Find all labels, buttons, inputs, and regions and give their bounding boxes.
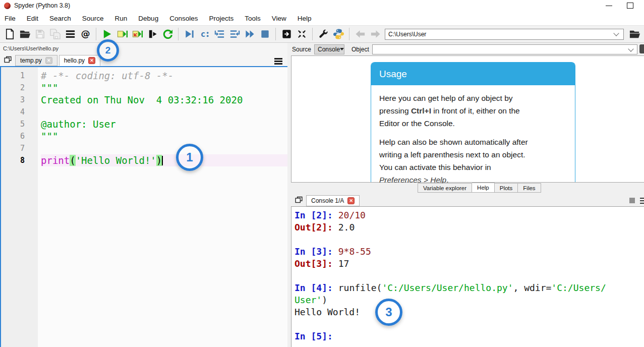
step-into-icon — [214, 28, 225, 40]
console-line: Out[2]: 2.0 — [295, 221, 644, 234]
code-segment: Editor or the Console. — [379, 119, 455, 128]
pane-splitter[interactable] — [287, 43, 291, 347]
code-segment: runfile( — [338, 282, 382, 293]
back-button[interactable] — [354, 27, 367, 41]
console-pane: Console 1/A ✕ In [2]: 20/10Out[2]: 2.0 I… — [291, 193, 644, 347]
run-file-button[interactable] — [100, 27, 114, 41]
maximize-pane-button[interactable] — [280, 27, 294, 41]
save-button[interactable] — [33, 27, 47, 41]
line-number: 5 — [1, 118, 25, 130]
step-into-button[interactable] — [213, 27, 226, 41]
fullscreen-icon — [296, 28, 308, 40]
menu-view[interactable]: View — [268, 13, 290, 24]
code-segment: ) — [322, 295, 327, 305]
forward-icon — [370, 28, 381, 40]
debug-file-button[interactable] — [183, 27, 196, 41]
code-segment: In [3]: — [295, 246, 338, 257]
forward-button[interactable] — [369, 27, 382, 41]
tab-variable-explorer[interactable]: Variable explorer — [418, 183, 472, 193]
console-line: In [3]: 9*8-55 — [295, 246, 644, 258]
menu-source[interactable]: Source — [78, 13, 108, 24]
file-switcher-button[interactable] — [64, 27, 77, 41]
console-line: In [4]: runfile('C:/Users/User/hello.py'… — [295, 282, 644, 294]
code-line: # -*- coding: utf-8 -*- — [41, 70, 287, 82]
run-cell-advance-button[interactable] — [131, 27, 144, 41]
rerun-cell-button[interactable] — [161, 27, 174, 41]
menu-file[interactable]: File — [1, 13, 20, 24]
minimize-button[interactable] — [600, 0, 617, 11]
code-segment: """ — [41, 131, 58, 142]
menu-search[interactable]: Search — [45, 13, 75, 24]
lock-icon[interactable] — [639, 44, 644, 53]
object-combobox[interactable] — [372, 44, 637, 54]
symbol-finder-icon: @ — [80, 28, 91, 40]
menu-debug[interactable]: Debug — [134, 13, 162, 24]
debug-cell-button[interactable]: c — [198, 27, 211, 41]
source-combobox[interactable]: Console — [314, 44, 344, 54]
browse-consoles-button[interactable] — [293, 196, 304, 206]
console-line — [295, 234, 644, 246]
run-file-icon — [101, 28, 113, 40]
browse-working-directory-button[interactable] — [628, 27, 641, 41]
menu-tools[interactable]: Tools — [241, 13, 265, 24]
line-number: 3 — [1, 94, 25, 106]
editor-tab-hello-py[interactable]: hello.py✕ — [59, 55, 100, 66]
fullscreen-button[interactable] — [295, 27, 309, 41]
symbol-finder-button[interactable]: @ — [79, 27, 92, 41]
console-tab[interactable]: Console 1/A ✕ — [306, 195, 360, 206]
open-file-button[interactable] — [18, 27, 32, 41]
line-number: 4 — [1, 106, 25, 118]
tab-plots[interactable]: Plots — [495, 183, 518, 193]
console-line — [295, 318, 644, 330]
close-console-icon[interactable]: ✕ — [347, 197, 355, 204]
preferences-button[interactable] — [317, 27, 330, 41]
annotation-circle-2: 2 — [97, 39, 119, 62]
menu-projects[interactable]: Projects — [205, 13, 238, 24]
run-cell-button[interactable] — [115, 27, 129, 41]
usage-text-line: You can activate this behavior in — [379, 161, 567, 174]
help-bottom-tabs: Variable explorerHelpPlotsFiles — [418, 183, 541, 193]
code-line: """ — [41, 82, 287, 94]
code-segment: @author: User — [41, 119, 116, 130]
code-editor[interactable]: 12345678 # -*- coding: utf-8 -*-"""Creat… — [0, 67, 287, 347]
save-all-button[interactable] — [48, 27, 62, 41]
menu-edit[interactable]: Edit — [23, 13, 42, 24]
rerun-cell-icon — [162, 28, 173, 40]
line-number: 1 — [1, 70, 25, 82]
maximize-button[interactable] — [621, 0, 638, 11]
ipython-console[interactable]: In [2]: 20/10Out[2]: 2.0 In [3]: 9*8-55O… — [291, 206, 644, 347]
python-path-manager-button[interactable] — [332, 27, 345, 41]
annotation-circle-3: 3 — [375, 299, 402, 326]
code-segment — [41, 106, 46, 118]
tab-help[interactable]: Help — [472, 183, 495, 193]
working-directory-combobox[interactable]: C:\Users\User — [385, 29, 624, 40]
menu-run[interactable]: Run — [111, 13, 132, 24]
code-segment: writing a left parenthesis next to an ob… — [379, 150, 525, 159]
console-inspect-icon[interactable] — [629, 198, 635, 203]
new-file-button[interactable] — [3, 27, 17, 41]
menu-help[interactable]: Help — [294, 13, 316, 24]
editor-tab-temp-py[interactable]: temp.py✕ — [15, 55, 57, 66]
continue-button[interactable] — [243, 27, 257, 41]
chevron-down-icon — [613, 30, 619, 36]
editor-options-menu-icon[interactable] — [274, 58, 282, 65]
editor-tab-bar: temp.py✕hello.py✕ — [0, 54, 287, 66]
console-options-menu-icon[interactable] — [640, 198, 644, 204]
run-selection-button[interactable] — [146, 27, 159, 41]
code-segment: Out[3]: — [295, 258, 338, 269]
run-cell-advance-icon — [132, 28, 143, 40]
usage-text-line: Here you can get help of any object by — [379, 92, 567, 104]
close-tab-icon[interactable]: ✕ — [45, 57, 52, 64]
usage-text-line: writing a left parenthesis next to an ob… — [379, 148, 567, 161]
close-tab-icon[interactable]: ✕ — [88, 57, 95, 64]
browse-tabs-button[interactable] — [2, 55, 13, 66]
stop-button[interactable] — [258, 27, 272, 41]
step-return-button[interactable] — [228, 27, 242, 41]
code-area[interactable]: # -*- coding: utf-8 -*-"""Created on Thu… — [39, 67, 287, 347]
help-header: Source Console Object — [291, 43, 644, 55]
code-segment: , wdir= — [513, 282, 552, 293]
menu-consoles[interactable]: Consoles — [165, 13, 202, 24]
annotation-circle-1: 1 — [176, 144, 203, 171]
tab-files[interactable]: Files — [518, 183, 541, 193]
run-cell-icon — [116, 28, 128, 40]
